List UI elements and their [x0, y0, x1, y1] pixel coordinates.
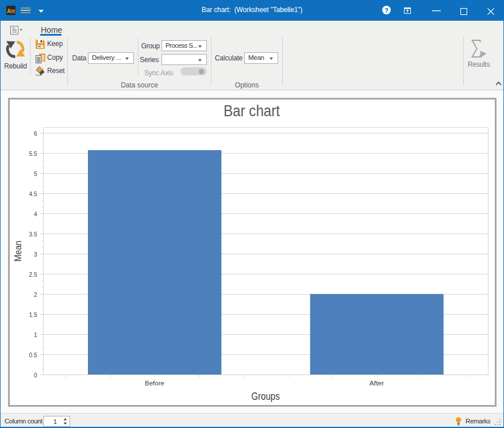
svg-text:3.5: 3.5: [29, 231, 37, 238]
svg-text:Mean: Mean: [14, 240, 24, 262]
svg-text:Bar chart: Bar chart: [224, 102, 280, 120]
svg-text:2.5: 2.5: [29, 272, 37, 278]
svg-text:5.5: 5.5: [29, 151, 37, 157]
svg-text:1: 1: [34, 332, 37, 338]
svg-text:1.5: 1.5: [29, 312, 37, 318]
svg-text:4.5: 4.5: [29, 191, 37, 197]
svg-text:3: 3: [34, 251, 37, 258]
svg-text:0: 0: [34, 372, 37, 379]
svg-text:Groups: Groups: [251, 390, 280, 402]
svg-text:4: 4: [34, 211, 37, 217]
svg-text:0.5: 0.5: [29, 352, 37, 358]
svg-text:?: ?: [384, 7, 388, 14]
svg-text:6: 6: [34, 131, 37, 137]
svg-text:Before: Before: [145, 380, 164, 387]
svg-text:5: 5: [34, 171, 37, 177]
svg-text:2: 2: [34, 292, 37, 298]
svg-text:After: After: [370, 380, 384, 387]
